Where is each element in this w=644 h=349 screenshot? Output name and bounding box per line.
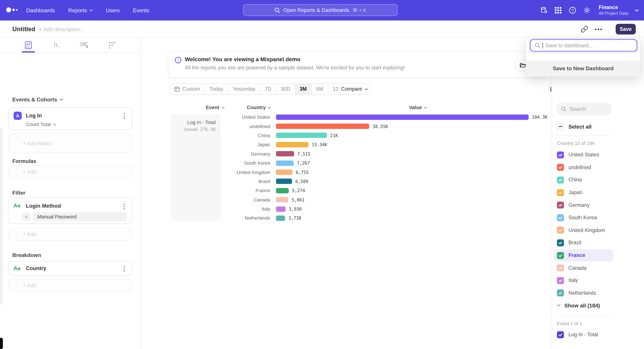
bar-segment[interactable] <box>276 197 288 203</box>
save-to-dashboard-input[interactable]: Save to dashboard... <box>530 39 637 51</box>
add-description-field[interactable]: + Add description... <box>39 26 85 32</box>
nav-item-users[interactable]: Users <box>106 7 120 13</box>
project-chevron-down-icon[interactable] <box>634 9 639 12</box>
bar-segment[interactable] <box>276 142 308 147</box>
range-yesterday[interactable]: Yesterday <box>228 84 260 94</box>
range-30d[interactable]: 30D <box>276 84 295 94</box>
app-grid-icon[interactable] <box>554 6 562 14</box>
help-icon[interactable]: ? <box>568 6 576 14</box>
check-icon <box>558 291 563 295</box>
filter-property-name[interactable]: Login Method <box>26 203 61 209</box>
bar-segment[interactable] <box>276 188 289 193</box>
filter-operator[interactable]: = <box>22 213 31 221</box>
save-button[interactable]: Save <box>616 24 636 34</box>
legend-checkbox[interactable] <box>557 227 564 234</box>
legend-row-south-korea[interactable]: South Korea <box>552 211 618 224</box>
breakdown-card-country[interactable]: Aa Country <box>8 261 132 276</box>
range-6m[interactable]: 6M <box>312 84 328 94</box>
breakdown-kebab-icon[interactable] <box>121 266 127 272</box>
range-7d[interactable]: 7D <box>260 84 276 94</box>
range-3m[interactable]: 3M <box>295 84 312 94</box>
select-all-checkbox[interactable] <box>557 123 564 130</box>
bar-segment[interactable] <box>276 114 528 120</box>
legend-checkbox[interactable] <box>557 252 564 259</box>
retention-tab[interactable] <box>104 38 120 52</box>
bar-segment[interactable] <box>276 151 294 157</box>
metric-name[interactable]: Log In <box>26 112 42 119</box>
legend-checkbox[interactable] <box>557 277 564 284</box>
legend-row-undefined[interactable]: undefined <box>552 161 618 174</box>
value-column-header[interactable]: Value <box>409 105 427 110</box>
legend-label: Japan <box>568 190 582 195</box>
range-custom[interactable]: Custom <box>170 84 205 94</box>
legend-row-china[interactable]: China <box>552 174 618 186</box>
legend-row-united-states[interactable]: United States <box>552 149 618 161</box>
legend-row-italy[interactable]: Italy <box>552 274 618 287</box>
event-checkbox[interactable] <box>557 331 564 338</box>
filter-kebab-icon[interactable] <box>121 204 127 209</box>
compare-button[interactable]: Compare <box>339 83 370 95</box>
legend-row-japan[interactable]: Japan <box>552 186 618 199</box>
save-to-new-dashboard-option[interactable]: Save to New Dashboard <box>526 60 640 76</box>
legend-checkbox[interactable] <box>557 202 564 209</box>
legend-checkbox[interactable] <box>557 214 564 221</box>
select-all-row[interactable]: Select all <box>557 121 592 132</box>
filter-value[interactable]: Manual Password <box>33 212 127 221</box>
legend-row-france[interactable]: France <box>554 249 613 262</box>
legend-checkbox[interactable] <box>557 290 564 297</box>
legend-checkbox[interactable] <box>557 164 564 171</box>
check-icon <box>558 165 563 170</box>
insights-tab[interactable] <box>20 38 36 52</box>
bar-category-label: United Kingdom <box>141 170 270 175</box>
country-column-header[interactable]: Country <box>247 105 271 110</box>
flows-tab[interactable] <box>76 38 92 52</box>
add-filter-button[interactable]: + Add <box>8 228 132 241</box>
show-all-button[interactable]: Show all (184) <box>557 301 600 311</box>
range-today[interactable]: Today <box>205 84 228 94</box>
settings-gear-icon[interactable] <box>582 6 591 14</box>
bar-segment[interactable] <box>276 170 292 175</box>
legend-search-input[interactable]: Search <box>556 103 612 115</box>
metric-aggregation[interactable]: Count Total <box>26 121 56 127</box>
bar-segment[interactable] <box>276 179 292 184</box>
project-switcher[interactable]: Finance All Project Data <box>599 4 628 16</box>
add-formula-button[interactable]: + Add <box>8 165 132 178</box>
bar-report-tab[interactable] <box>48 38 65 52</box>
legend-checkbox[interactable] <box>557 151 564 158</box>
mixpanel-logo-icon[interactable] <box>6 7 18 12</box>
legend-row-canada[interactable]: Canada <box>552 262 618 274</box>
global-search-button[interactable]: Open Reports & Dashboards ⌘ + K <box>243 4 398 16</box>
nav-item-reports[interactable]: Reports <box>68 7 93 13</box>
events-cohorts-header[interactable]: Events & Cohorts <box>12 96 63 103</box>
breakdown-property-name[interactable]: Country <box>26 265 46 271</box>
legend-row-united-kingdom[interactable]: United Kingdom <box>552 224 618 237</box>
add-breakdown-button[interactable]: + Add <box>8 279 132 292</box>
legend-checkbox[interactable] <box>557 264 564 271</box>
more-options-icon[interactable] <box>595 28 602 30</box>
data-management-icon[interactable] <box>540 6 548 14</box>
legend-checkbox[interactable] <box>557 177 564 184</box>
filter-card-login-method[interactable]: Aa Login Method = Manual Password <box>8 197 132 224</box>
legend-checkbox[interactable] <box>557 189 564 196</box>
bar-segment[interactable] <box>276 124 369 129</box>
bar-segment[interactable] <box>276 216 285 221</box>
legend-row-netherlands[interactable]: Netherlands <box>552 287 618 299</box>
nav-item-dashboards[interactable]: Dashboards <box>26 7 55 13</box>
bar-value-label: 21K <box>330 133 338 138</box>
legend-row-brazil[interactable]: Brazil <box>552 237 618 249</box>
add-metric-button[interactable]: + Add Metric <box>8 133 132 153</box>
bar-segment[interactable] <box>276 160 294 166</box>
bar-value-label: 5,274 <box>292 188 305 193</box>
event-column-header[interactable]: Event <box>206 105 224 110</box>
legend-checkbox[interactable] <box>557 239 564 246</box>
bar-segment[interactable] <box>276 133 327 138</box>
bar-segment[interactable] <box>276 206 286 212</box>
chevron-down-icon <box>424 107 427 109</box>
copy-link-icon[interactable] <box>580 25 588 33</box>
event-legend-row[interactable]: Log In - Total <box>557 329 598 341</box>
nav-item-events[interactable]: Events <box>133 7 149 13</box>
report-title[interactable]: Untitled <box>12 25 35 32</box>
metric-card-log-in[interactable]: A Log In Count Total <box>8 107 132 130</box>
legend-row-germany[interactable]: Germany <box>552 199 618 211</box>
metric-kebab-icon[interactable] <box>121 113 127 118</box>
